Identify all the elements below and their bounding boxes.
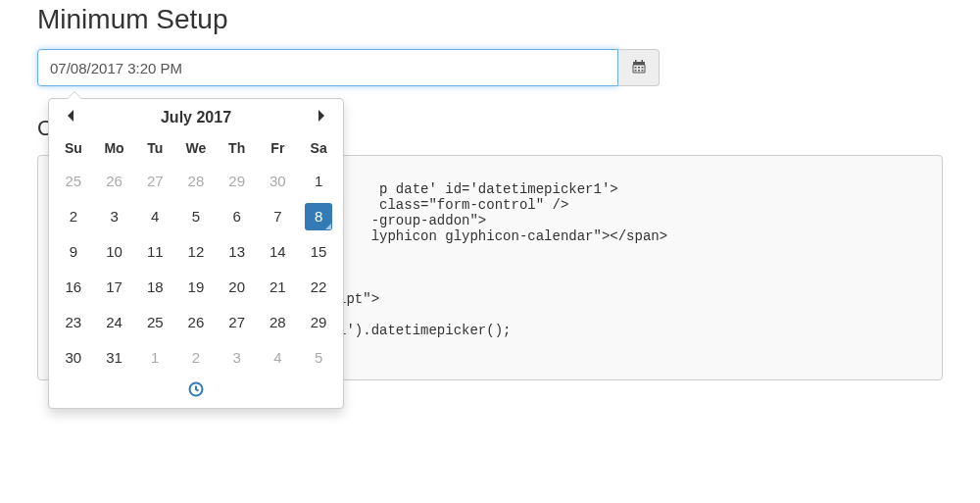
calendar-day[interactable]: 17 (94, 270, 135, 305)
calendar-day[interactable]: 28 (258, 305, 299, 340)
next-month-button[interactable] (308, 109, 335, 126)
calendar-day[interactable]: 20 (217, 270, 258, 305)
calendar-day[interactable]: 13 (217, 234, 258, 270)
svg-rect-7 (641, 70, 643, 72)
calendar-grid: SuMoTuWeThFrSa 2526272829301234567891011… (53, 134, 339, 376)
calendar-day[interactable]: 1 (134, 340, 175, 376)
svg-rect-5 (634, 70, 636, 72)
calendar-day[interactable]: 22 (298, 270, 339, 305)
calendar-day[interactable]: 14 (258, 234, 299, 270)
page-title: Minimum Setup (37, 0, 943, 49)
weekday-header: Mo (94, 134, 135, 164)
calendar-day[interactable]: 26 (175, 305, 217, 340)
weekday-header: Su (53, 134, 94, 164)
weekday-header: We (175, 134, 217, 164)
svg-rect-4 (641, 67, 643, 69)
calendar-day[interactable]: 4 (258, 340, 299, 376)
datetime-picker-popover: July 2017 SuMoTuWeThFrSa 252627282930123… (48, 98, 344, 409)
calendar-day[interactable]: 23 (53, 305, 94, 340)
calendar-day[interactable]: 2 (175, 340, 217, 376)
calendar-day[interactable]: 6 (217, 199, 258, 234)
calendar-day[interactable]: 11 (134, 234, 175, 270)
calendar-day[interactable]: 3 (217, 340, 258, 376)
clock-icon (188, 383, 204, 400)
calendar-addon-button[interactable] (618, 49, 660, 86)
weekday-header: Sa (298, 134, 339, 164)
calendar-day[interactable]: 1 (298, 164, 339, 199)
calendar-day[interactable]: 31 (94, 340, 135, 376)
calendar-day[interactable]: 29 (217, 164, 258, 199)
weekday-header: Th (217, 134, 258, 164)
calendar-day[interactable]: 9 (53, 234, 94, 270)
prev-month-button[interactable] (57, 109, 84, 126)
calendar-day[interactable]: 25 (134, 305, 175, 340)
calendar-day[interactable]: 8 (298, 199, 339, 234)
svg-rect-6 (638, 70, 640, 72)
calendar-day[interactable]: 4 (134, 199, 175, 234)
calendar-day[interactable]: 25 (53, 164, 94, 199)
chevron-left-icon (65, 109, 76, 126)
svg-rect-2 (634, 67, 636, 69)
chevron-right-icon (316, 109, 327, 126)
calendar-day[interactable]: 26 (94, 164, 135, 199)
svg-rect-1 (641, 60, 643, 63)
calendar-day[interactable]: 10 (94, 234, 135, 270)
datetime-input[interactable] (37, 49, 618, 86)
calendar-day[interactable]: 24 (94, 305, 135, 340)
calendar-day[interactable]: 2 (53, 199, 94, 234)
calendar-day[interactable]: 27 (217, 305, 258, 340)
calendar-day[interactable]: 27 (134, 164, 175, 199)
calendar-day[interactable]: 30 (258, 164, 299, 199)
calendar-day[interactable]: 19 (175, 270, 217, 305)
calendar-day[interactable]: 18 (134, 270, 175, 305)
calendar-day[interactable]: 21 (258, 270, 299, 305)
datetime-input-group (37, 49, 943, 86)
svg-rect-0 (635, 60, 637, 63)
calendar-day[interactable]: 5 (175, 199, 217, 234)
calendar-icon (631, 59, 647, 77)
calendar-day[interactable]: 3 (94, 199, 135, 234)
month-title[interactable]: July 2017 (161, 109, 231, 126)
time-toggle-button[interactable] (53, 376, 339, 404)
svg-rect-3 (638, 67, 640, 69)
calendar-day[interactable]: 15 (298, 234, 339, 270)
calendar-day[interactable]: 28 (175, 164, 217, 199)
calendar-day[interactable]: 16 (53, 270, 94, 305)
calendar-day[interactable]: 7 (258, 199, 299, 234)
calendar-day[interactable]: 5 (298, 340, 339, 376)
calendar-day[interactable]: 29 (298, 305, 339, 340)
calendar-day[interactable]: 30 (53, 340, 94, 376)
weekday-header: Tu (134, 134, 175, 164)
calendar-day[interactable]: 12 (175, 234, 217, 270)
weekday-header: Fr (258, 134, 299, 164)
